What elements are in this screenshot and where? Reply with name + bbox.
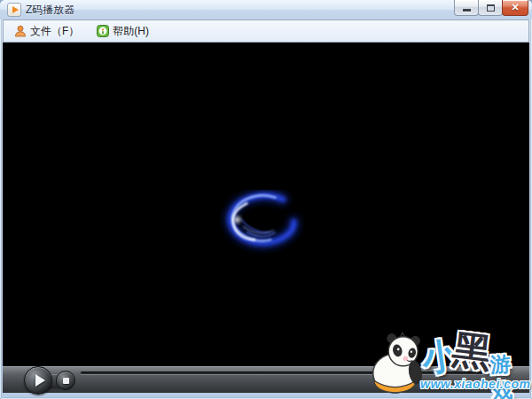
user-icon	[14, 25, 27, 37]
video-surface	[3, 43, 529, 366]
window-title: Z码播放器	[26, 3, 74, 18]
loading-spinner-icon	[218, 190, 314, 257]
title-bar[interactable]: Z码播放器 ✕	[0, 0, 532, 20]
play-icon	[35, 374, 45, 387]
minimize-button[interactable]	[454, 0, 479, 16]
maximize-button[interactable]	[478, 0, 503, 16]
stop-button[interactable]	[56, 371, 75, 390]
menu-file-label: 文件（F）	[30, 24, 79, 39]
control-bar	[3, 366, 529, 393]
menu-help[interactable]: 帮助(H)	[91, 22, 156, 41]
minimize-icon	[463, 9, 471, 12]
stop-icon	[63, 378, 69, 384]
help-icon	[97, 25, 109, 37]
maximize-icon	[487, 4, 495, 12]
play-button[interactable]	[24, 366, 52, 395]
player-window: Z码播放器 ✕ 文件（F） 帮助(H)	[0, 0, 532, 399]
menu-file[interactable]: 文件（F）	[9, 22, 86, 41]
menu-help-label: 帮助(H)	[113, 24, 149, 39]
app-play-icon	[7, 3, 21, 17]
menu-bar: 文件（F） 帮助(H)	[3, 20, 529, 43]
close-icon: ✕	[511, 3, 519, 12]
seek-bar[interactable]	[81, 372, 484, 374]
transport-controls	[22, 367, 75, 394]
close-button[interactable]: ✕	[502, 0, 528, 16]
